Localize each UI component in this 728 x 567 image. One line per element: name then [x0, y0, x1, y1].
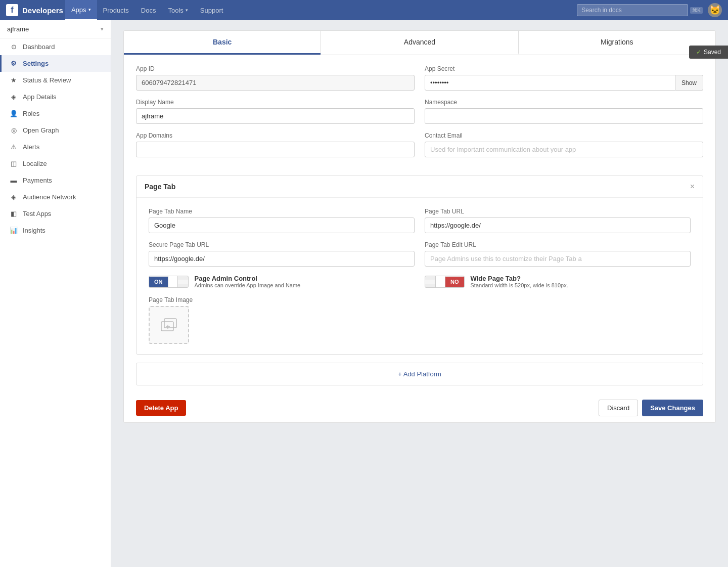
nav-products-label: Products: [103, 7, 129, 14]
contact-email-label: Contact Email: [425, 132, 703, 139]
sidebar-item-localize[interactable]: ◫ Localize: [0, 155, 111, 172]
roles-icon: 👤: [10, 110, 18, 117]
sidebar-item-audience-network[interactable]: ◈ Audience Network: [0, 189, 111, 205]
insights-icon: 📊: [10, 227, 18, 234]
tab-migrations[interactable]: Migrations: [518, 31, 715, 55]
namespace-input[interactable]: [425, 108, 703, 124]
sidebar-item-label: Open Graph: [23, 126, 59, 134]
save-changes-button[interactable]: Save Changes: [642, 400, 703, 416]
contact-email-input[interactable]: [425, 142, 703, 157]
page-tab-name-input[interactable]: [149, 217, 415, 233]
show-secret-button[interactable]: Show: [675, 75, 703, 91]
app-secret-input[interactable]: [425, 75, 675, 91]
brand-name: Developers: [22, 6, 63, 15]
sidebar-item-alerts[interactable]: ⚠ Alerts: [0, 139, 111, 155]
sidebar-item-roles[interactable]: 👤 Roles: [0, 105, 111, 122]
top-navigation: f Developers Apps ▾ Products Docs Tools …: [0, 0, 728, 20]
dashboard-icon: ⊙: [10, 43, 18, 51]
image-upload-icon: [161, 318, 177, 332]
add-platform-button[interactable]: + Add Platform: [136, 363, 703, 385]
wide-page-tab-toggle[interactable]: NO: [425, 276, 465, 288]
sidebar: ajframe ▾ ⊙ Dashboard ⚙ Settings ★ Statu…: [0, 20, 111, 567]
alerts-icon: ⚠: [10, 143, 18, 151]
namespace-group: Namespace: [425, 99, 703, 124]
edit-url-label: Page Tab Edit URL: [425, 241, 691, 248]
contact-email-group: Contact Email: [425, 132, 703, 157]
page-admin-control-group: ON Page Admin Control Admins can overrid…: [149, 275, 415, 288]
toggle-off-label2: [425, 280, 435, 284]
chevron-down-icon: ▾: [101, 26, 104, 32]
nav-apps-arrow: ▾: [88, 7, 91, 12]
display-name-label: Display Name: [136, 99, 415, 106]
page-tab-image-label: Page Tab Image: [149, 296, 691, 303]
page-tab-url-input[interactable]: [425, 217, 691, 233]
nav-docs[interactable]: Docs: [135, 0, 162, 20]
page-admin-toggle-row: ON Page Admin Control Admins can overrid…: [149, 275, 415, 288]
localize-icon: ◫: [10, 160, 18, 167]
payments-icon: ▬: [10, 177, 18, 184]
sidebar-item-open-graph[interactable]: ◎ Open Graph: [0, 122, 111, 139]
settings-card: Basic Advanced Migrations App ID: [123, 30, 716, 423]
nav-support-label: Support: [200, 7, 223, 14]
audience-icon: ◈: [10, 193, 18, 201]
namespace-label: Namespace: [425, 99, 703, 106]
tab-advanced[interactable]: Advanced: [321, 31, 518, 55]
sidebar-item-label: Roles: [23, 110, 39, 117]
page-tab-edit-url-group: Page Tab Edit URL: [425, 241, 691, 267]
secure-url-label: Secure Page Tab URL: [149, 241, 415, 248]
brand-logo[interactable]: f Developers: [6, 4, 63, 16]
facebook-icon: f: [6, 4, 18, 16]
toggle-off-label: [178, 280, 188, 284]
sidebar-item-dashboard[interactable]: ⊙ Dashboard: [0, 38, 111, 55]
page-admin-toggle[interactable]: ON: [149, 276, 189, 288]
save-discard-group: Discard Save Changes: [599, 400, 703, 416]
sidebar-item-payments[interactable]: ▬ Payments: [0, 172, 111, 189]
app-id-input[interactable]: [136, 75, 415, 91]
nav-tools-arrow: ▾: [186, 8, 188, 13]
app-domains-input[interactable]: [136, 142, 415, 157]
app-secret-field: Show: [425, 75, 703, 91]
page-tab-url-label: Page Tab URL: [425, 208, 691, 215]
nav-docs-label: Docs: [141, 7, 156, 14]
app-id-label: App ID: [136, 65, 415, 72]
sidebar-item-app-details[interactable]: ◈ App Details: [0, 89, 111, 105]
sidebar-item-label: Audience Network: [23, 193, 76, 201]
nav-support[interactable]: Support: [194, 0, 230, 20]
sidebar-item-insights[interactable]: 📊 Insights: [0, 222, 111, 239]
sidebar-item-label: Payments: [23, 177, 52, 184]
main-content: Basic Advanced Migrations App ID: [111, 20, 728, 567]
discard-button[interactable]: Discard: [599, 400, 638, 416]
sidebar-item-label: Status & Review: [23, 76, 71, 84]
nav-tools[interactable]: Tools ▾: [162, 0, 194, 20]
platform-close-button[interactable]: ×: [690, 182, 695, 191]
svg-rect-0: [161, 322, 173, 331]
user-avatar[interactable]: 🐱: [708, 3, 722, 17]
page-tab-image-upload[interactable]: [149, 306, 189, 344]
nav-products[interactable]: Products: [97, 0, 135, 20]
page-tab-image-section: Page Tab Image: [149, 296, 691, 344]
sidebar-item-status-review[interactable]: ★ Status & Review: [0, 72, 111, 89]
sidebar-item-label: App Details: [23, 93, 56, 101]
app-selector[interactable]: ajframe ▾: [0, 20, 111, 38]
tab-basic[interactable]: Basic: [124, 31, 321, 55]
app-name: ajframe: [7, 25, 29, 33]
delete-app-button[interactable]: Delete App: [136, 400, 186, 416]
page-layout: ajframe ▾ ⊙ Dashboard ⚙ Settings ★ Statu…: [0, 20, 728, 567]
nav-apps[interactable]: Apps ▾: [65, 0, 97, 20]
toggles-row: ON Page Admin Control Admins can overrid…: [149, 275, 691, 288]
secure-page-tab-url-group: Secure Page Tab URL: [149, 241, 415, 267]
sidebar-item-label: Test Apps: [23, 210, 51, 217]
page-admin-control-label: Page Admin Control: [195, 275, 301, 282]
nav-apps-label: Apps: [71, 6, 86, 14]
platform-title: Page Tab: [145, 183, 175, 191]
tab-bar: Basic Advanced Migrations: [124, 31, 715, 55]
platform-body: Page Tab Name Page Tab URL Secure Page T…: [136, 198, 703, 354]
search-input[interactable]: [577, 4, 688, 16]
details-icon: ◈: [10, 93, 18, 101]
display-name-input[interactable]: [136, 108, 415, 124]
sidebar-item-test-apps[interactable]: ◧ Test Apps: [0, 205, 111, 222]
wide-page-tab-row: NO Wide Page Tab? Standard width is 520p…: [425, 275, 691, 288]
secure-url-input[interactable]: [149, 251, 415, 267]
sidebar-item-settings[interactable]: ⚙ Settings: [0, 55, 111, 72]
edit-url-input[interactable]: [425, 251, 691, 267]
